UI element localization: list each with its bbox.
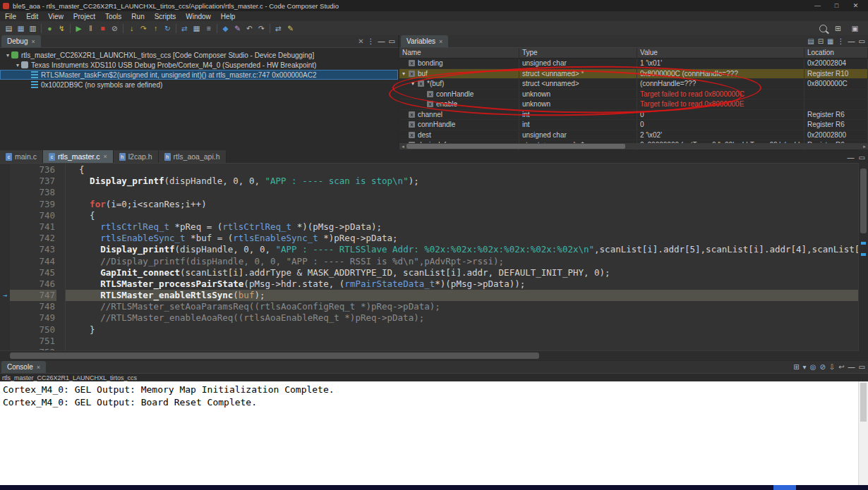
menu-scripts[interactable]: Scripts [150, 13, 181, 20]
debug-tree-item[interactable]: 0x1002DB9C (no symbols are defined) [0, 80, 398, 90]
line-number[interactable]: 739 [10, 199, 56, 210]
scroll-left-icon[interactable]: ◂ [399, 143, 406, 149]
resume-icon[interactable]: ▶ [73, 23, 85, 34]
step-over-icon[interactable]: ↷ [138, 23, 150, 34]
editor-vertical-scrollbar[interactable] [858, 163, 868, 360]
word-wrap-icon[interactable]: ↩ [838, 361, 844, 373]
scrollbar-thumb[interactable] [860, 383, 867, 422]
memory-browser-icon[interactable]: ▦ [191, 23, 203, 34]
close-button[interactable]: ✕ [846, 0, 865, 11]
line-number[interactable]: 748 [10, 301, 56, 312]
line-number[interactable]: 743 [10, 244, 56, 255]
line-number[interactable]: 746 [10, 278, 56, 290]
scroll-lock-icon[interactable]: ⇩ [829, 361, 835, 373]
expand-arrow[interactable]: ▾ [411, 80, 418, 87]
pin-console-icon[interactable]: ◎ [810, 361, 816, 373]
column-header-type[interactable]: Type [519, 48, 637, 58]
breakpoint-margin[interactable] [0, 267, 10, 278]
breakpoint-margin[interactable] [0, 336, 10, 347]
restore-button[interactable]: □ [827, 0, 846, 11]
menu-file[interactable]: File [0, 13, 21, 20]
editor-horizontal-scrollbar[interactable] [0, 350, 859, 360]
close-icon[interactable]: × [103, 153, 107, 160]
line-number[interactable]: 740 [10, 210, 56, 221]
registers-icon[interactable]: ≡ [203, 23, 215, 34]
breakpoint-margin[interactable] [0, 164, 10, 176]
variable-row[interactable]: xconnHandleunknownTarget failed to read … [399, 90, 868, 100]
clear-console-icon[interactable]: ⊘ [819, 361, 825, 373]
maximize-icon[interactable]: ▭ [389, 35, 395, 47]
scroll-right-icon[interactable]: ▸ [861, 143, 868, 149]
tab-debug[interactable]: Debug × [1, 35, 41, 47]
variable-row[interactable]: xchannelint0Register R6 [399, 110, 868, 121]
menu-edit[interactable]: Edit [21, 13, 43, 20]
line-number[interactable]: 736 [10, 164, 56, 176]
line-number[interactable]: 751 [10, 336, 56, 347]
minimize-icon[interactable]: — [848, 152, 855, 164]
breakpoint-icon[interactable]: ◆ [219, 23, 231, 34]
breakpoint-margin[interactable] [0, 210, 10, 221]
instruction-pointer-icon[interactable]: → [0, 290, 10, 301]
line-number[interactable]: 744 [10, 256, 56, 267]
tab-variables[interactable]: Variables × [401, 35, 448, 47]
menu-view[interactable]: View [43, 13, 68, 20]
collapse-all-icon[interactable]: ⊟ [818, 35, 824, 47]
console-vertical-scrollbar[interactable] [858, 381, 868, 485]
view-menu-icon[interactable]: ⋮ [838, 35, 845, 47]
scrollbar-thumb[interactable] [10, 353, 539, 359]
scrollbar-thumb[interactable] [860, 169, 867, 233]
close-icon[interactable]: × [439, 38, 442, 45]
close-icon[interactable]: × [31, 38, 35, 45]
pin-icon[interactable]: ✎ [284, 23, 296, 34]
new-file-icon[interactable]: ▤ [3, 23, 15, 34]
minimize-icon[interactable]: — [848, 35, 855, 47]
suspend-icon[interactable]: ‖ [85, 23, 97, 34]
line-number[interactable]: 745 [10, 267, 56, 278]
maximize-icon[interactable]: ▭ [859, 35, 865, 47]
step-into-icon[interactable]: ↓ [126, 23, 138, 34]
minimize-icon[interactable]: — [848, 361, 855, 373]
restart-icon[interactable]: ↻ [162, 23, 174, 34]
breakpoint-margin[interactable] [0, 176, 10, 187]
breakpoint-margin[interactable] [0, 278, 10, 290]
line-number[interactable]: 742 [10, 233, 56, 244]
undo-icon[interactable]: ↶ [243, 23, 255, 34]
breakpoint-margin[interactable] [0, 244, 10, 255]
variables-horizontal-scrollbar[interactable]: ◂ ▸ [399, 143, 868, 149]
tree-expand-arrow[interactable]: ▾ [4, 52, 11, 59]
line-number[interactable]: 741 [10, 221, 56, 233]
line-number[interactable]: 749 [10, 312, 56, 324]
tree-expand-arrow[interactable]: ▾ [14, 62, 21, 68]
debug-perspective-icon[interactable]: ▣ [849, 23, 861, 34]
column-header-value[interactable]: Value [637, 48, 804, 58]
breakpoint-margin[interactable] [0, 199, 10, 210]
open-perspective-icon[interactable]: ⊞ [832, 23, 844, 34]
menu-window[interactable]: Window [181, 13, 216, 20]
breakpoint-margin[interactable] [0, 233, 10, 244]
flash-icon[interactable]: ↯ [56, 23, 68, 34]
breakpoint-margin[interactable] [0, 324, 10, 336]
code-area[interactable]: 736 {737 Display_printf(dispHandle, 0, 0… [0, 163, 868, 360]
connect-target-icon[interactable]: ⇄ [272, 23, 284, 34]
layout-icon[interactable]: ▦ [827, 35, 833, 47]
taskbar-active-app-indicator[interactable] [773, 485, 796, 490]
save-icon[interactable]: ▦ [15, 23, 27, 34]
display-selected-console-icon[interactable]: ▾ [803, 361, 807, 373]
variable-row[interactable]: xenableunknownTarget failed to read 0x80… [399, 99, 868, 110]
variable-row[interactable]: xbondingunsigned char1 '\x01'0x20002804 [399, 59, 868, 69]
line-number[interactable]: 750 [10, 324, 56, 336]
breakpoint-margin[interactable] [0, 187, 10, 198]
menu-run[interactable]: Run [126, 13, 149, 20]
print-icon[interactable]: ▥ [27, 23, 39, 34]
variable-row[interactable]: ▾x*(buf)struct <unnamed>(connHandle=???0… [399, 79, 868, 90]
editor-tab-l2cap-h[interactable]: hl2cap.h [114, 150, 159, 163]
close-icon[interactable]: × [37, 364, 40, 371]
scrollbar-thumb[interactable] [406, 144, 625, 149]
show-type-names-icon[interactable]: ▤ [807, 35, 814, 47]
breakpoint-margin[interactable] [0, 256, 10, 267]
editor-tab-rtls-aoa-api-h[interactable]: hrtls_aoa_api.h [159, 150, 227, 163]
debug-icon[interactable]: ● [44, 23, 56, 34]
minimize-icon[interactable]: — [378, 35, 385, 47]
search-icon[interactable] [819, 25, 827, 32]
maximize-icon[interactable]: ▭ [859, 361, 865, 373]
